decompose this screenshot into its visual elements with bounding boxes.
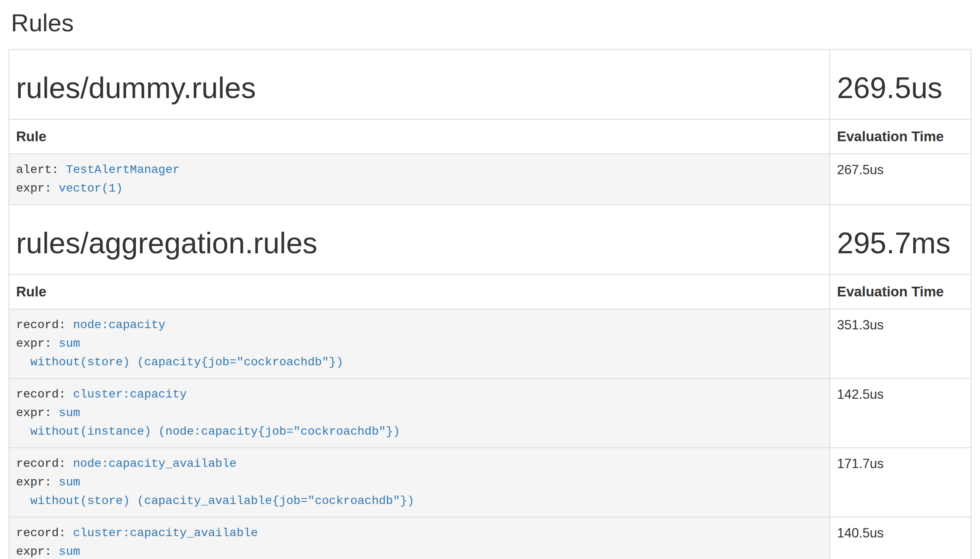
rule-code-text: record: (16, 318, 73, 332)
rule-code-text: expr: (16, 476, 59, 489)
table-column-header-row: Rule Evaluation Time (9, 274, 971, 309)
rule-group-name-cell: rules/dummy.rules (9, 49, 830, 119)
rule-code-line: record: node:capacity (16, 316, 823, 334)
rule-link[interactable]: TestAlertManager (66, 163, 180, 176)
rule-code-text (16, 494, 30, 507)
rule-link[interactable]: cluster:capacity_available (73, 526, 258, 540)
rule-code-text: expr: (16, 337, 59, 350)
rule-row: record: cluster:capacity_availableexpr: … (9, 517, 971, 559)
rule-code-text: expr: (16, 182, 59, 195)
rule-definition-cell: alert: TestAlertManagerexpr: vector(1) (9, 154, 830, 205)
rule-code-line: expr: sum (16, 334, 823, 353)
rule-code-line: alert: TestAlertManager (16, 161, 823, 179)
rule-group-name: rules/aggregation.rules (16, 227, 823, 260)
rule-code-line: expr: sum (16, 404, 823, 422)
rule-evaluation-time: 267.5us (830, 154, 971, 205)
table-column-header-row: Rule Evaluation Time (9, 119, 971, 154)
rule-link[interactable]: without(store) (capacity_available{job="… (30, 494, 414, 507)
rules-table-body: rules/dummy.rules 269.5us Rule Evaluatio… (9, 49, 971, 559)
rule-definition-cell: record: node:capacityexpr: sum without(s… (9, 309, 830, 378)
rule-link[interactable]: without(instance) (node:capacity{job="co… (30, 425, 400, 438)
rule-code-line: record: cluster:capacity_available (16, 524, 823, 543)
rule-evaluation-time: 140.5us (830, 517, 971, 559)
rule-code-text: record: (16, 526, 73, 540)
rule-group-name: rules/dummy.rules (16, 72, 823, 104)
rule-definition-cell: record: node:capacity_availableexpr: sum… (9, 448, 830, 517)
page-title: Rules (11, 9, 972, 36)
rule-evaluation-time: 351.3us (830, 309, 971, 378)
rule-code-line: without(instance) (node:capacity{job="co… (16, 422, 823, 441)
rule-link[interactable]: node:capacity (73, 318, 165, 332)
evaluation-time-column-header: Evaluation Time (830, 119, 971, 154)
rule-code-text: record: (16, 388, 73, 401)
rule-code-text: expr: (16, 406, 59, 419)
rule-link[interactable]: sum (59, 337, 80, 350)
rule-code-line: expr: sum (16, 473, 823, 492)
rule-link[interactable]: sum (59, 406, 80, 419)
rule-definition-cell: record: cluster:capacityexpr: sum withou… (9, 378, 830, 448)
rule-group-header-row: rules/dummy.rules 269.5us (9, 49, 971, 119)
rule-group-header-row: rules/aggregation.rules 295.7ms (9, 205, 971, 274)
rule-row: record: cluster:capacityexpr: sum withou… (9, 378, 971, 448)
rule-column-header: Rule (9, 274, 830, 309)
rule-link[interactable]: sum (59, 545, 80, 558)
rule-link[interactable]: vector(1) (59, 182, 123, 195)
rule-row: record: node:capacityexpr: sum without(s… (9, 309, 971, 378)
rule-group-name-cell: rules/aggregation.rules (9, 205, 830, 274)
rule-code-line: expr: vector(1) (16, 179, 823, 198)
rule-group-evaluation-time-cell: 295.7ms (830, 205, 971, 274)
rule-evaluation-time: 171.7us (830, 448, 971, 517)
rule-link[interactable]: sum (59, 476, 80, 489)
rule-evaluation-time: 142.5us (830, 378, 971, 448)
rule-code-line: record: cluster:capacity (16, 385, 823, 404)
rule-code-text (16, 425, 30, 438)
rules-page: Rules rules/dummy.rules 269.5us Rule Eva… (0, 9, 980, 559)
rule-code-text: expr: (16, 545, 59, 558)
evaluation-time-column-header: Evaluation Time (830, 274, 971, 309)
rule-link[interactable]: without(store) (capacity{job="cockroachd… (30, 356, 343, 369)
rule-code-line: record: node:capacity_available (16, 455, 823, 473)
rule-code-text: record: (16, 457, 73, 470)
rule-link[interactable]: node:capacity_available (73, 457, 236, 470)
rule-code-line: expr: sum (16, 543, 823, 559)
rule-group-evaluation-time: 269.5us (837, 72, 964, 104)
rule-column-header: Rule (9, 119, 830, 154)
rule-code-line: without(store) (capacity{job="cockroachd… (16, 353, 823, 372)
rule-definition-cell: record: cluster:capacity_availableexpr: … (9, 517, 830, 559)
rule-row: record: node:capacity_availableexpr: sum… (9, 448, 971, 517)
rule-link[interactable]: cluster:capacity (73, 388, 187, 401)
rule-code-line: without(store) (capacity_available{job="… (16, 492, 823, 510)
rule-code-text (16, 356, 30, 369)
rules-table: rules/dummy.rules 269.5us Rule Evaluatio… (8, 49, 972, 559)
rule-row: alert: TestAlertManagerexpr: vector(1) 2… (9, 154, 971, 205)
rule-code-text: alert: (16, 163, 66, 176)
rule-group-evaluation-time: 295.7ms (837, 227, 964, 260)
rule-group-evaluation-time-cell: 269.5us (830, 49, 971, 119)
